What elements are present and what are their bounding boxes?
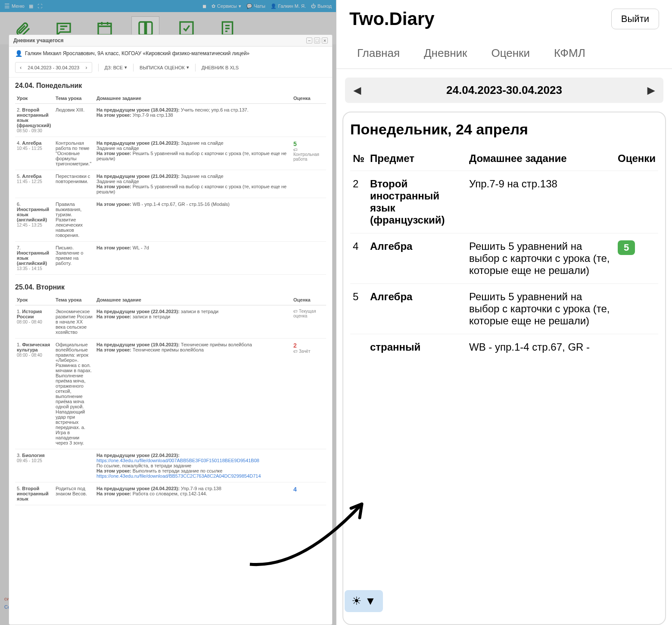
user-menu[interactable]: 👤 Галкин М. Я.: [271, 3, 306, 9]
grade-value: 5: [293, 140, 324, 147]
date-range: 24.04.2023-30.04.2023: [446, 84, 562, 97]
logout-button[interactable]: ⏻ Выход: [311, 3, 332, 9]
app-title: Two.Diary: [349, 9, 435, 29]
svg-rect-0: [98, 23, 111, 35]
expand-icon[interactable]: ⛶: [37, 3, 42, 9]
grade-value: 2: [293, 342, 324, 349]
dialog-title: Дневник учащегося: [13, 37, 64, 44]
legacy-diary-panel: ☰Меню ▦ ⛶ ◼ ✿ Сервисы ▾ 💬 Чаты 👤 Галкин …: [0, 0, 336, 625]
user-icon: 👤: [15, 50, 22, 57]
col-number: №: [350, 146, 367, 171]
next-week-button[interactable]: ▶: [647, 85, 655, 96]
col-homework: Домашнее задание: [467, 146, 615, 171]
lesson-row: 5. Алгебра11:45 - 12:25Перестановки с по…: [15, 170, 326, 198]
schedule-row: 5 Алгебра Решить 5 уравнений на выбор с …: [350, 284, 658, 334]
bookmark-icon[interactable]: ◼: [202, 3, 206, 9]
tab-grades[interactable]: Оценки: [479, 38, 542, 68]
grade-type: 🏷 Текущая оценка: [293, 309, 324, 318]
app-tabs: Главная Дневник Оценки КФМЛ: [336, 38, 672, 69]
next-week-button[interactable]: ›: [85, 64, 87, 71]
student-info: Галкин Михаил Ярославович, 9А класс, КОГ…: [25, 50, 249, 56]
col-subject: Предмет: [367, 146, 467, 171]
chevron-down-icon: ▼: [365, 594, 376, 608]
schedule-row: странный WB - упр.1-4 стр.67, GR -: [350, 334, 658, 361]
lesson-row: 2. Второй иностранный язык (французский)…: [15, 104, 326, 137]
diary-dialog: Дневник учащегося – □ × 👤 Галкин Михаил …: [9, 34, 333, 625]
services-button[interactable]: ✿ Сервисы ▾: [212, 3, 241, 9]
export-xls-button[interactable]: ДНЕВНИК В XLS: [202, 65, 239, 70]
grade-value: 4: [293, 486, 324, 493]
lesson-row: 6. Иностранный язык (английский)12:45 - …: [15, 198, 326, 242]
lesson-row: 3. Биология09:45 - 10:25На предыдущем ур…: [15, 449, 326, 482]
logout-button[interactable]: Выйти: [611, 9, 659, 29]
hw-link[interactable]: https://one.43edu.ru/file/download/BB573…: [96, 473, 290, 479]
top-bar: ☰Меню ▦ ⛶ ◼ ✿ Сервисы ▾ 💬 Чаты 👤 Галкин …: [0, 0, 336, 12]
lesson-row: 7. Иностранный язык (английский)13:35 - …: [15, 242, 326, 275]
lesson-row: 1. Физическая культура08:00 - 08:40Офици…: [15, 339, 326, 449]
theme-toggle[interactable]: ☀ ▼: [345, 590, 383, 612]
grade-type: 🏷 Зачёт: [293, 349, 324, 354]
minimize-icon[interactable]: –: [306, 37, 312, 44]
tab-diary[interactable]: Дневник: [412, 38, 479, 68]
date-range[interactable]: 24.04.2023 - 30.04.2023: [28, 65, 79, 70]
two-diary-panel: Two.Diary Выйти Главная Дневник Оценки К…: [336, 0, 672, 625]
day-title: 24.04. Понедельник: [15, 82, 326, 90]
chats-button[interactable]: 💬 Чаты: [246, 3, 265, 9]
schedule-row: 4 Алгебра Решить 5 уравнений на выбор с …: [350, 233, 658, 284]
lesson-row: 4. Алгебра10:45 - 11:25Контрольная работ…: [15, 137, 326, 170]
grade-badge: 5: [618, 240, 635, 255]
date-navigator: ‹ 24.04.2023 - 30.04.2023 ›: [15, 62, 92, 73]
prev-week-button[interactable]: ◀: [354, 85, 361, 96]
lesson-row: 1. История России08:00 - 08:40Экономичес…: [15, 305, 326, 339]
tab-school[interactable]: КФМЛ: [542, 38, 597, 68]
sun-icon: ☀: [352, 594, 361, 608]
day-title: 25.04. Вторник: [15, 283, 326, 291]
grade-type: 🏷 Контрольная работа: [293, 147, 324, 162]
grid-icon[interactable]: ▦: [29, 3, 33, 9]
close-icon[interactable]: ×: [322, 37, 328, 44]
menu-button[interactable]: ☰Меню: [4, 3, 25, 9]
prev-week-button[interactable]: ‹: [20, 64, 22, 71]
tab-main[interactable]: Главная: [345, 38, 412, 68]
lesson-row: 5. Второй иностранный языкРодиться под з…: [15, 482, 326, 505]
col-grades: Оценки: [615, 146, 658, 171]
day-header: Понедельник, 24 апреля: [350, 121, 658, 138]
export-grades-button[interactable]: ВЫПИСКА ОЦЕНОК ▾: [140, 65, 189, 70]
maximize-icon[interactable]: □: [314, 37, 320, 44]
schedule-row: 2 Второй иностранный язык (французский) …: [350, 171, 658, 233]
hw-link[interactable]: https://one.43edu.ru/file/download/007AB…: [96, 458, 290, 463]
hw-filter-button[interactable]: ДЗ: ВСЕ ▾: [105, 65, 127, 70]
